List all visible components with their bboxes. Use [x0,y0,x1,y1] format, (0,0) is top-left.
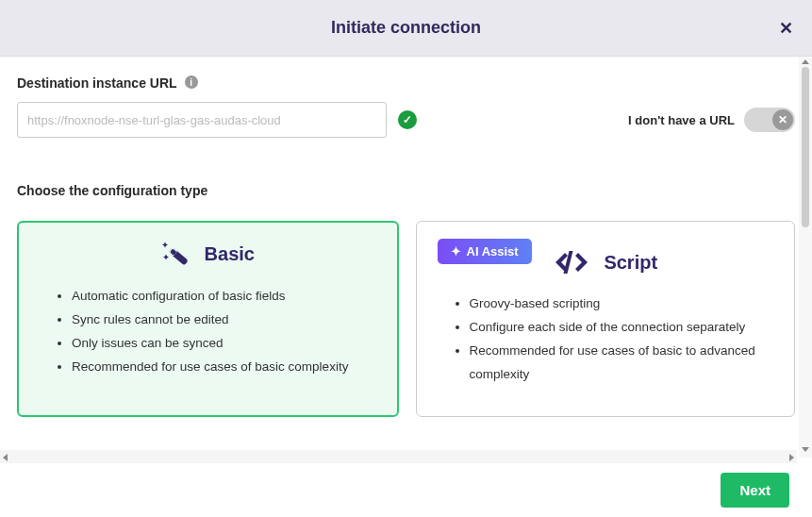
horizontal-scrollbar[interactable] [0,450,797,463]
script-title: Script [604,252,657,274]
script-card-head: ✦ AI Assist Script [438,239,774,275]
config-type-label: Choose the configuration type [17,183,795,198]
config-card-script[interactable]: ✦ AI Assist Script [416,221,796,417]
modal-header: Initiate connection ✕ [0,0,812,57]
destination-url-label: Destination instance URL [17,75,177,91]
info-icon[interactable]: i [185,75,198,89]
basic-bullets: Automatic configuration of basic fields … [40,285,376,379]
list-item: Only issues can be synced [72,332,376,356]
modal-footer: Next [0,463,812,517]
config-cards: Basic Automatic configuration of basic f… [17,221,795,417]
ai-assist-label: AI Assist [467,244,519,258]
basic-card-head: Basic [40,240,376,268]
config-card-basic[interactable]: Basic Automatic configuration of basic f… [17,221,399,417]
scroll-up-icon [802,59,809,64]
list-item: Sync rules cannot be edited [72,309,376,332]
wand-icon [161,240,193,268]
list-item: Recommended for use cases of basic compl… [72,356,376,379]
close-icon[interactable]: ✕ [779,18,793,39]
modal-title: Initiate connection [331,18,481,38]
destination-url-row: ✓ I don't have a URL ✕ [17,102,795,138]
destination-url-left: ✓ [17,102,417,138]
ai-assist-badge[interactable]: ✦ AI Assist [438,239,532,264]
scroll-down-icon [802,447,809,452]
vertical-scrollbar[interactable] [799,57,812,458]
destination-label-row: Destination instance URL i [17,75,795,91]
basic-title: Basic [205,243,255,265]
no-url-group: I don't have a URL ✕ [628,108,795,132]
check-icon: ✓ [398,110,417,129]
script-bullets: Groovy-based scripting Configure each si… [438,292,774,387]
scroll-left-icon [3,454,8,461]
no-url-toggle[interactable]: ✕ [744,108,795,132]
code-icon [553,249,590,275]
list-item: Recommended for use cases of basic to ad… [470,340,774,387]
destination-url-input[interactable] [17,102,387,138]
x-icon: ✕ [772,109,793,130]
modal-content: Destination instance URL i ✓ I don't hav… [0,57,812,458]
list-item: Automatic configuration of basic fields [72,285,376,309]
list-item: Groovy-based scripting [470,292,774,316]
next-button[interactable]: Next [721,473,789,508]
sparkle-icon: ✦ [451,244,461,258]
list-item: Configure each side of the connection se… [470,316,774,340]
no-url-label: I don't have a URL [628,113,735,127]
scrollbar-thumb[interactable] [802,67,809,227]
scroll-right-icon [789,454,794,461]
